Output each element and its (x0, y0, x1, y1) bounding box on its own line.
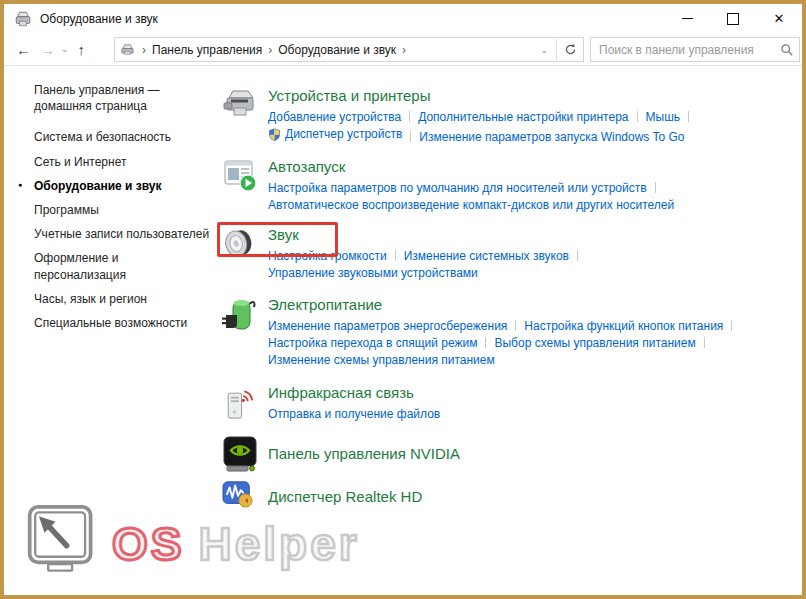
link-label: Автоматическое воспроизведение компакт-д… (268, 197, 674, 214)
links-row: Настройка громкостиИзменение системных з… (268, 248, 794, 265)
breadcrumb-item[interactable]: Панель управления (152, 43, 262, 57)
minimize-icon (682, 18, 693, 19)
link-label: Дополнительные настройки принтера (418, 109, 628, 126)
link-настройка-перехода[interactable]: Настройка перехода в спящий режим (268, 335, 477, 352)
breadcrumb-separator-icon: › (402, 43, 406, 57)
sidebar-item-оборудование[interactable]: ●Оборудование и звук (34, 178, 212, 194)
sidebar: Панель управления — домашняя страницаСис… (34, 82, 212, 339)
search-icon[interactable] (775, 43, 799, 57)
search-input[interactable] (591, 43, 775, 57)
link-изменение-параметров[interactable]: Изменение параметров энергосбережения (268, 318, 507, 335)
breadcrumb-item[interactable]: Оборудование и звук (278, 43, 396, 57)
link-label: Изменение системных звуков (404, 248, 569, 265)
up-button[interactable]: ↑ (78, 42, 86, 57)
sidebar-item-label: Сеть и Интернет (34, 155, 126, 169)
maximize-button[interactable] (710, 4, 756, 33)
link-управление-звуковыми[interactable]: Управление звуковыми устройствами (268, 265, 478, 282)
link-separator (395, 250, 396, 261)
link-диспетчер-устройств[interactable]: Диспетчер устройств (268, 126, 402, 143)
link-настройка-громкости[interactable]: Настройка громкости (268, 248, 387, 265)
sidebar-item-программы[interactable]: Программы (34, 202, 212, 218)
link-label: Изменение параметров запуска Windows To … (419, 129, 684, 146)
sidebar-item-часы,[interactable]: Часы, язык и регион (34, 291, 212, 307)
section-sound: ЗвукНастройка громкостиИзменение системн… (222, 225, 794, 282)
sidebar-item-label: Оборудование и звук (34, 179, 162, 193)
sidebar-item-label: Специальные возможности (34, 316, 187, 330)
link-изменение-системных[interactable]: Изменение системных звуков (404, 248, 569, 265)
breadcrumb: ›Панель управления›Оборудование и звук› (136, 43, 412, 57)
links-row: Изменение схемы управления питанием (268, 352, 794, 369)
link-separator (655, 182, 656, 193)
links-row: Добавление устройстваДополнительные наст… (268, 109, 794, 126)
link-выбор-схемы[interactable]: Выбор схемы управления питанием (494, 335, 695, 352)
link-label: Изменение схемы управления питанием (268, 352, 495, 369)
section-nvidia: Панель управления NVIDIA (222, 436, 794, 472)
link-автоматическое-воспроизведение[interactable]: Автоматическое воспроизведение компакт-д… (268, 197, 674, 214)
link-дополнительные-настройки[interactable]: Дополнительные настройки принтера (418, 109, 628, 126)
autorun-icon (222, 157, 260, 197)
close-button[interactable]: ✕ (756, 4, 802, 33)
link-добавление-устройства[interactable]: Добавление устройства (268, 109, 401, 126)
control-panel-window: Оборудование и звук ✕ ← → ⌄ ↑ ›Панель уп… (0, 0, 806, 599)
sidebar-item-оформление[interactable]: Оформление и персонализация (34, 250, 212, 282)
minimize-button[interactable] (664, 4, 710, 33)
link-label: Настройка перехода в спящий режим (268, 335, 477, 352)
hardware-printer-icon (14, 10, 32, 28)
section-devices-printers: Устройства и принтерыДобавление устройст… (222, 86, 794, 146)
link-label: Изменение параметров энергосбережения (268, 318, 507, 335)
links-row: Отправка и получение файлов (268, 406, 794, 423)
section-power: ЭлектропитаниеИзменение параметров энерг… (222, 295, 794, 369)
sidebar-item-label: Учетные записи пользователей (34, 227, 209, 241)
active-bullet-icon: ● (18, 180, 22, 189)
links-row: Настройка параметров по умолчанию для но… (268, 180, 794, 197)
link-separator (637, 111, 638, 122)
watermark: OS Helper (26, 503, 360, 585)
section-infrared: Инфракрасная связьОтправка и получение ф… (222, 383, 794, 423)
link-separator (409, 111, 410, 122)
refresh-icon[interactable] (557, 43, 583, 56)
link-изменение-параметров[interactable]: Изменение параметров запуска Windows To … (419, 129, 684, 146)
sidebar-item-специальные[interactable]: Специальные возможности (34, 315, 212, 331)
address-dropdown-icon[interactable]: ⌄ (540, 45, 548, 55)
link-настройка-функций[interactable]: Настройка функций кнопок питания (524, 318, 723, 335)
links-row: Диспетчер устройствИзменение параметров … (268, 126, 794, 146)
sidebar-item-панель[interactable]: Панель управления — домашняя страница (34, 82, 212, 114)
section-title-autoplay[interactable]: Автозапуск (268, 157, 794, 177)
history-chevron-icon[interactable]: ⌄ (61, 44, 69, 54)
sidebar-item-label: Панель управления — домашняя страница (34, 83, 160, 113)
section-title-devices-printers[interactable]: Устройства и принтеры (268, 86, 794, 106)
link-separator (704, 337, 705, 348)
titlebar: Оборудование и звук ✕ (4, 4, 802, 33)
section-title-sound[interactable]: Звук (268, 225, 794, 245)
sidebar-item-учетные[interactable]: Учетные записи пользователей (34, 226, 212, 242)
section-title-power[interactable]: Электропитание (268, 295, 794, 315)
link-отправка-и[interactable]: Отправка и получение файлов (268, 406, 440, 423)
sidebar-item-система[interactable]: Система и безопасность (34, 129, 212, 145)
address-bar[interactable]: ›Панель управления›Оборудование и звук› … (114, 37, 584, 62)
links-row: Настройка перехода в спящий режимВыбор с… (268, 335, 794, 352)
breadcrumb-separator-icon: › (142, 43, 146, 57)
section-autoplay: АвтозапускНастройка параметров по умолча… (222, 157, 794, 214)
speaker-icon (222, 225, 260, 265)
section-title-nvidia[interactable]: Панель управления NVIDIA (268, 444, 460, 464)
link-label: Настройка громкости (268, 248, 387, 265)
link-мышь[interactable]: Мышь (646, 109, 681, 126)
link-separator (410, 131, 411, 142)
link-label: Настройка функций кнопок питания (524, 318, 723, 335)
link-label: Добавление устройства (268, 109, 401, 126)
link-separator (577, 250, 578, 261)
sidebar-item-label: Программы (34, 203, 99, 217)
back-button[interactable]: ← (16, 42, 31, 57)
link-изменение-схемы[interactable]: Изменение схемы управления питанием (268, 352, 495, 369)
search-box (590, 37, 800, 62)
sidebar-item-сеть[interactable]: Сеть и Интернет (34, 154, 212, 170)
link-настройка-параметров[interactable]: Настройка параметров по умолчанию для но… (268, 180, 647, 197)
link-label: Диспетчер устройств (285, 126, 402, 143)
monitor-cursor-logo-icon (26, 503, 98, 585)
link-label: Выбор схемы управления питанием (494, 335, 695, 352)
section-title-infrared[interactable]: Инфракрасная связь (268, 383, 794, 403)
forward-button[interactable]: → (40, 42, 55, 57)
window-title: Оборудование и звук (40, 12, 158, 26)
main-content: Устройства и принтерыДобавление устройст… (222, 86, 794, 515)
infrared-icon (222, 383, 260, 423)
